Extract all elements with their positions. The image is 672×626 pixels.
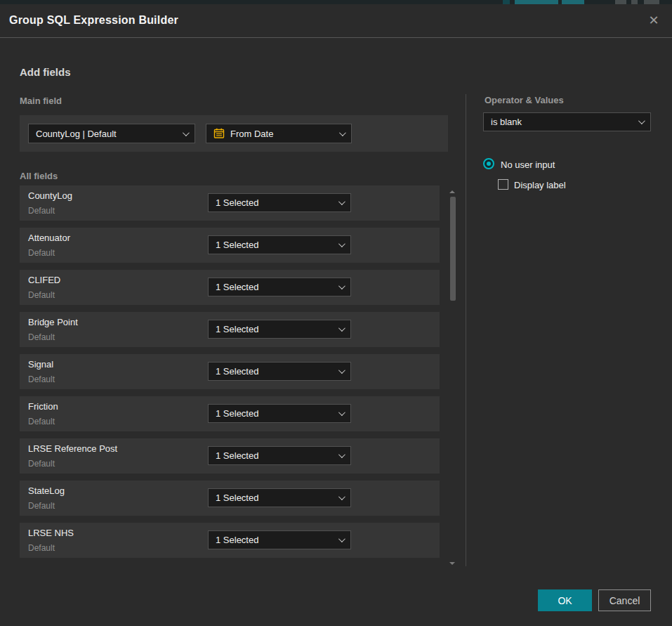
close-icon[interactable]: ✕: [645, 12, 662, 29]
field-row-clifed: CLIFED Default 1 Selected: [20, 270, 440, 305]
field-name: CountyLog: [28, 190, 72, 201]
ok-button[interactable]: OK: [538, 589, 592, 611]
no-user-input-label: No user input: [501, 159, 555, 170]
field-type: Default: [28, 459, 55, 469]
field-type: Default: [28, 332, 55, 342]
field-row-signal: Signal Default 1 Selected: [20, 354, 440, 389]
field-row-lrse-reference-post: LRSE Reference Post Default 1 Selected: [20, 438, 440, 474]
no-user-input-radio[interactable]: [483, 158, 494, 169]
main-field-heading: Main field: [20, 96, 62, 106]
field-row-lrse-nhs: LRSE NHS Default 1 Selected: [20, 523, 440, 558]
chevron-down-icon: [638, 117, 645, 124]
field-name: LRSE Reference Post: [28, 443, 117, 454]
main-field-select-dropdown[interactable]: From Date: [206, 124, 352, 143]
field-name: Friction: [28, 401, 58, 412]
operator-value: is blank: [491, 117, 633, 127]
field-name: Attenuator: [28, 233, 70, 243]
chevron-down-icon: [338, 282, 345, 289]
field-selection-dropdown[interactable]: 1 Selected: [208, 488, 351, 507]
field-name: Signal: [28, 359, 53, 370]
field-type: Default: [28, 501, 55, 511]
display-label-checkbox[interactable]: [498, 179, 508, 190]
field-selection-dropdown[interactable]: 1 Selected: [208, 278, 351, 296]
dialog-title: Group SQL Expression Builder: [9, 14, 178, 27]
selection-value: 1 Selected: [216, 366, 333, 377]
field-name: CLIFED: [28, 275, 60, 285]
main-field-select-value: From Date: [230, 129, 334, 139]
calendar-date-icon: [213, 128, 225, 139]
field-name: StateLog: [28, 485, 65, 496]
selection-value: 1 Selected: [216, 535, 333, 545]
field-selection-dropdown[interactable]: 1 Selected: [208, 320, 351, 339]
fields-list-scrollbar[interactable]: [447, 187, 457, 566]
chevron-down-icon: [338, 198, 345, 205]
chevron-down-icon: [338, 493, 345, 500]
field-name: Bridge Point: [28, 317, 78, 327]
selection-value: 1 Selected: [216, 324, 333, 334]
field-selection-dropdown[interactable]: 1 Selected: [208, 193, 351, 212]
field-row-attenuator: Attenuator Default 1 Selected: [20, 228, 440, 263]
field-type: Default: [28, 374, 55, 384]
operator-values-heading: Operator & Values: [485, 95, 564, 105]
field-selection-dropdown[interactable]: 1 Selected: [208, 235, 351, 254]
field-selection-dropdown[interactable]: 1 Selected: [208, 530, 351, 549]
dialog-titlebar: Group SQL Expression Builder ✕: [0, 4, 672, 38]
field-type: Default: [28, 248, 55, 258]
all-fields-heading: All fields: [20, 171, 58, 181]
scroll-down-icon[interactable]: [449, 562, 455, 565]
cancel-button[interactable]: Cancel: [598, 589, 651, 611]
field-type: Default: [28, 290, 55, 300]
chevron-down-icon: [338, 367, 345, 374]
selection-value: 1 Selected: [216, 493, 333, 503]
selection-value: 1 Selected: [216, 450, 333, 461]
field-type: Default: [28, 543, 55, 553]
field-row-friction: Friction Default 1 Selected: [20, 396, 440, 431]
field-name: LRSE NHS: [28, 528, 74, 538]
field-selection-dropdown[interactable]: 1 Selected: [208, 404, 351, 423]
chevron-down-icon: [183, 129, 190, 136]
add-fields-heading: Add fields: [20, 66, 71, 78]
chevron-down-icon: [338, 535, 345, 542]
selection-value: 1 Selected: [216, 240, 333, 250]
display-label-label: Display label: [514, 180, 566, 190]
scrollbar-thumb[interactable]: [450, 197, 456, 301]
field-row-countylog: CountyLog Default 1 Selected: [20, 185, 440, 221]
field-type: Default: [28, 417, 55, 426]
field-selection-dropdown[interactable]: 1 Selected: [208, 446, 351, 465]
main-field-panel: CountyLog | Default From Date: [20, 115, 448, 152]
field-row-statelog: StateLog Default 1 Selected: [20, 481, 440, 516]
selection-value: 1 Selected: [216, 197, 333, 208]
field-type: Default: [28, 206, 55, 216]
scroll-up-icon[interactable]: [449, 190, 455, 193]
operator-dropdown[interactable]: is blank: [483, 112, 651, 131]
chevron-down-icon: [338, 451, 345, 458]
layer-select-value: CountyLog | Default: [36, 129, 177, 139]
selection-value: 1 Selected: [216, 282, 333, 292]
chevron-down-icon: [338, 240, 345, 247]
layer-select-dropdown[interactable]: CountyLog | Default: [28, 124, 195, 143]
selection-value: 1 Selected: [216, 408, 333, 419]
group-sql-expression-builder-dialog: Group SQL Expression Builder ✕ Add field…: [0, 4, 672, 626]
chevron-down-icon: [338, 325, 345, 332]
panel-divider: [466, 94, 466, 566]
radio-selected-dot: [487, 162, 491, 166]
field-selection-dropdown[interactable]: 1 Selected: [208, 362, 351, 381]
chevron-down-icon: [339, 129, 346, 136]
field-row-bridge-point: Bridge Point Default 1 Selected: [20, 312, 440, 347]
chevron-down-icon: [338, 409, 345, 416]
